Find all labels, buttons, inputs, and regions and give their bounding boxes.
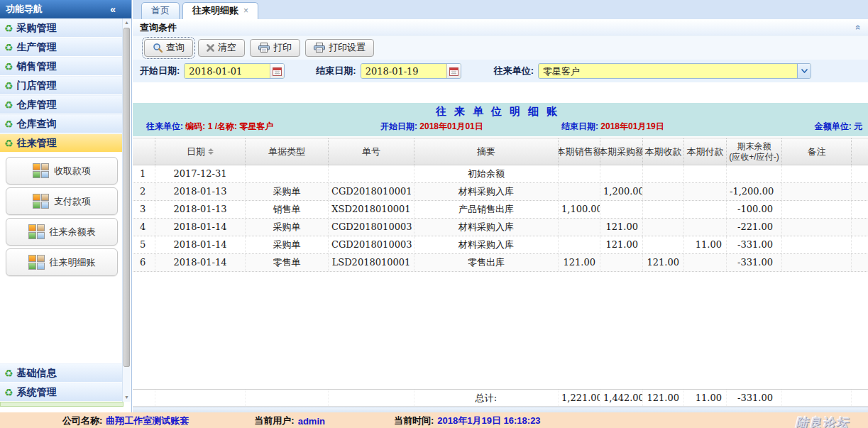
partner-mgmt-submenu: 收取款项 支付款项 往来余额表 往来明细账 — [0, 153, 123, 278]
col-summary[interactable]: 摘要 — [414, 138, 559, 165]
recycle-icon: ♻ — [4, 368, 13, 379]
submenu-label: 往来余额表 — [50, 226, 96, 238]
sidebar-item-base-info[interactable]: ♻ 基础信息 — [0, 363, 123, 383]
partner-ledger-button[interactable]: 往来明细账 — [6, 248, 118, 276]
search-icon — [153, 43, 163, 53]
report-end-value: 2018年01月19日 — [600, 121, 664, 131]
sidebar-item-system-mgmt[interactable]: ♻ 系统管理 — [0, 383, 123, 402]
calendar-icon[interactable] — [270, 64, 284, 78]
table-row[interactable]: 2 2018-01-13 采购单 CGD2018010001 材料采购入库 1,… — [133, 183, 868, 201]
sidebar-item-label: 基础信息 — [17, 367, 57, 380]
recycle-icon: ♻ — [4, 80, 13, 92]
sidebar-item-store-mgmt[interactable]: ♻ 门店管理 — [0, 76, 123, 95]
chevron-down-icon[interactable] — [797, 64, 811, 78]
submenu-label: 支付款项 — [54, 195, 91, 208]
sidebar: 功能导航 « ♻ 采购管理 ♻ 生产管理 ♻ 销售管理 ♻ 门店管理 ♻ 仓库管… — [0, 0, 132, 412]
total-sales: 1,221.00 — [559, 390, 600, 406]
report-title-band: 往来单位明细账 往来单位: 编码: 1 /名称: 零星客户 开始日期: 2018… — [133, 103, 868, 136]
current-user-value: admin — [298, 416, 325, 427]
col-sales[interactable]: 本期销售额 — [559, 138, 600, 165]
horizontal-scrollbar[interactable] — [133, 407, 868, 412]
tab-home[interactable]: 首页 — [141, 2, 180, 19]
sidebar-item-sales-mgmt[interactable]: ♻ 销售管理 — [0, 57, 123, 76]
submenu-label: 收取款项 — [54, 165, 91, 177]
sidebar-collapse-icon[interactable]: « — [110, 4, 116, 15]
recycle-icon: ♻ — [4, 99, 13, 111]
sidebar-item-partner-mgmt[interactable]: ♻ 往来管理 — [0, 133, 123, 153]
table-row[interactable]: 1 2017-12-31 初始余额 — [133, 165, 868, 183]
partner-unit-label: 往来单位: — [494, 65, 534, 77]
scroll-down-icon[interactable]: ▼ — [123, 393, 131, 402]
company-name-value: 曲翔工作室测试账套 — [106, 415, 189, 427]
sidebar-bottom-bar — [0, 402, 123, 407]
partner-balance-button[interactable]: 往来余额表 — [6, 218, 118, 246]
start-date-field — [184, 63, 285, 79]
sidebar-item-warehouse-query[interactable]: ♻ 仓库查询 — [0, 114, 123, 133]
recycle-icon: ♻ — [4, 61, 13, 72]
company-name-label: 公司名称: — [62, 415, 102, 427]
sidebar-item-production-mgmt[interactable]: ♻ 生产管理 — [0, 38, 123, 57]
table-row[interactable]: 6 2018-01-14 零售单 LSD2018010001 零售出库 121.… — [133, 254, 868, 272]
table-body: 1 2017-12-31 初始余额 2 2018-01-13 采购 — [133, 165, 868, 272]
sidebar-scrollbar[interactable]: ▲ ▼ — [122, 18, 131, 402]
query-panel-header: 查询条件 « — [133, 20, 868, 35]
col-purchase[interactable]: 本期采购额 — [600, 138, 643, 165]
table-row[interactable]: 5 2018-01-14 采购单 CGD2018010003 材料采购入库 12… — [133, 236, 868, 254]
sidebar-item-label: 仓库查询 — [17, 118, 57, 131]
col-payment[interactable]: 本期付款 — [684, 138, 727, 165]
search-button[interactable]: 查询 — [144, 39, 193, 57]
ledger-table: 日期 单据类型 单号 摘要 本期销售额 本期采购额 本期收款 本期付款 期末余额… — [133, 138, 868, 407]
status-bar: 公司名称: 曲翔工作室测试账套 当前用户: admin 当前时间: 2018年1… — [0, 412, 868, 428]
tab-close-icon[interactable]: × — [243, 6, 248, 16]
print-settings-button[interactable]: 打印设置 — [305, 39, 374, 57]
tiles-icon — [28, 224, 45, 239]
tab-label: 往来明细账 — [192, 5, 238, 16]
tab-label: 首页 — [151, 5, 170, 16]
tab-partner-ledger[interactable]: 往来明细账× — [182, 2, 258, 19]
current-time-label: 当前时间: — [394, 415, 434, 427]
col-balance[interactable]: 期末余额 (应收+/应付-) — [727, 138, 782, 165]
recycle-icon: ♻ — [4, 42, 13, 53]
sidebar-header: 功能导航 « — [0, 0, 131, 18]
scroll-up-icon[interactable]: ▲ — [123, 18, 131, 27]
sidebar-item-purchase-mgmt[interactable]: ♻ 采购管理 — [0, 18, 123, 38]
receive-payment-button[interactable]: 收取款项 — [6, 157, 118, 185]
sidebar-item-warehouse-mgmt[interactable]: ♻ 仓库管理 — [0, 95, 123, 114]
tiles-icon — [33, 163, 49, 178]
sidebar-spacer — [0, 278, 131, 363]
partner-select[interactable]: 零星客户 — [538, 63, 811, 79]
report-info-line: 往来单位: 编码: 1 /名称: 零星客户 开始日期: 2018年01月01日 … — [133, 121, 868, 133]
printer-icon — [314, 43, 325, 53]
main-area: 首页 往来明细账× 查询条件 « 查询 清空 打印 — [133, 0, 868, 412]
clear-x-icon — [207, 44, 214, 52]
scrollbar-thumb[interactable] — [123, 28, 130, 367]
filter-row: 开始日期: 结束日期: 往来单位: 零星客户 — [133, 60, 868, 82]
current-user-label: 当前用户: — [254, 415, 294, 427]
clear-button[interactable]: 清空 — [198, 39, 245, 57]
total-receipt: 121.00 — [643, 390, 684, 406]
sort-icon[interactable] — [208, 148, 214, 155]
table-header-row: 日期 单据类型 单号 摘要 本期销售额 本期采购额 本期收款 本期付款 期末余额… — [133, 138, 868, 165]
col-note[interactable]: 备注 — [782, 138, 852, 165]
table-row[interactable]: 3 2018-01-13 销售单 XSD2018010001 产品销售出库 1,… — [133, 201, 868, 219]
calendar-icon[interactable] — [446, 64, 461, 78]
print-button[interactable]: 打印 — [250, 39, 300, 57]
panel-collapse-icon[interactable]: « — [853, 25, 864, 30]
total-label: 总计: — [414, 390, 559, 406]
table-row[interactable]: 4 2018-01-14 采购单 CGD2018010003 材料采购入库 12… — [133, 219, 868, 236]
current-time-value: 2018年1月19日 16:18:23 — [437, 415, 540, 427]
start-date-input[interactable] — [185, 64, 270, 78]
tiles-icon — [33, 194, 49, 209]
col-doc-no[interactable]: 单号 — [329, 138, 414, 165]
report-title: 往来单位明细账 — [133, 103, 868, 119]
total-purchase: 1,442.00 — [600, 390, 643, 406]
sidebar-item-label: 仓库管理 — [17, 99, 57, 111]
col-date[interactable]: 日期 — [155, 138, 246, 165]
end-date-input[interactable] — [361, 64, 446, 78]
pay-payment-button[interactable]: 支付款项 — [6, 187, 118, 215]
col-doc-type[interactable]: 单据类型 — [246, 138, 329, 165]
sidebar-item-label: 采购管理 — [17, 22, 57, 35]
sidebar-item-label: 往来管理 — [17, 137, 57, 150]
col-receipt[interactable]: 本期收款 — [643, 138, 684, 165]
printer-icon — [258, 43, 270, 53]
